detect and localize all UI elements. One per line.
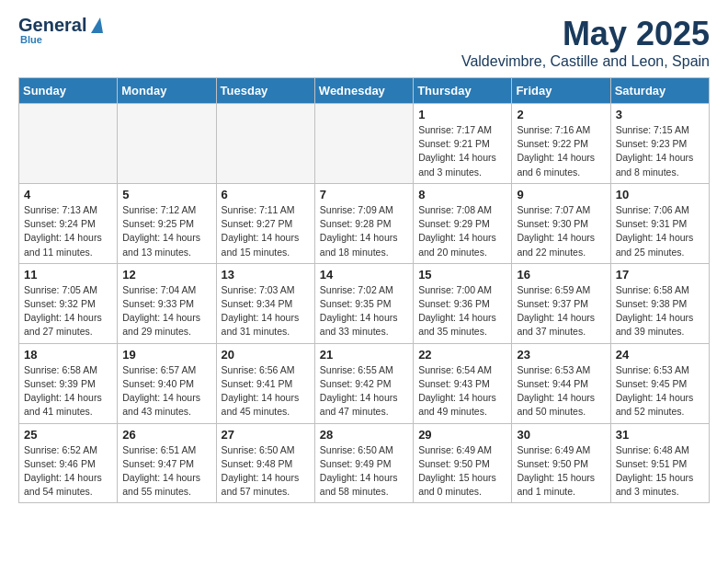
day-number: 7 [320,188,408,201]
day-detail: Sunrise: 6:49 AMSunset: 9:50 PMDaylight:… [418,443,506,500]
day-number: 8 [418,188,506,201]
calendar-cell: 4Sunrise: 7:13 AMSunset: 9:24 PMDaylight… [19,183,118,263]
logo-blue-word: Blue [20,34,42,45]
calendar-cell: 15Sunrise: 7:00 AMSunset: 9:36 PMDayligh… [414,263,512,343]
calendar-cell: 19Sunrise: 6:57 AMSunset: 9:40 PMDayligh… [118,343,216,423]
day-detail: Sunrise: 6:59 AMSunset: 9:37 PMDaylight:… [517,283,605,339]
header-tuesday: Tuesday [216,78,314,104]
calendar-cell: 13Sunrise: 7:03 AMSunset: 9:34 PMDayligh… [216,263,314,343]
day-number: 9 [517,188,605,201]
logo-general-word: General [18,15,86,36]
calendar-cell: 22Sunrise: 6:54 AMSunset: 9:43 PMDayligh… [414,343,512,423]
day-detail: Sunrise: 7:11 AMSunset: 9:27 PMDaylight:… [222,203,310,259]
day-number: 26 [122,428,210,442]
day-number: 31 [616,428,704,442]
page: General Blue May 2025 Valdevimbre, Casti… [0,0,728,518]
logo-triangle-icon [91,17,103,33]
day-number: 17 [616,268,704,282]
day-number: 16 [517,268,605,282]
day-number: 13 [222,268,310,282]
calendar-cell: 17Sunrise: 6:58 AMSunset: 9:38 PMDayligh… [610,263,709,343]
logo: General Blue [18,15,103,45]
calendar-cell: 29Sunrise: 6:49 AMSunset: 9:50 PMDayligh… [414,423,512,503]
calendar-cell: 3Sunrise: 7:15 AMSunset: 9:23 PMDaylight… [610,104,709,184]
day-number: 1 [418,108,506,121]
calendar-cell: 24Sunrise: 6:53 AMSunset: 9:45 PMDayligh… [610,343,709,423]
day-detail: Sunrise: 6:51 AMSunset: 9:47 PMDaylight:… [122,443,210,500]
calendar-week-row: 1Sunrise: 7:17 AMSunset: 9:21 PMDaylight… [19,104,710,184]
day-number: 12 [122,268,210,282]
calendar-cell: 1Sunrise: 7:17 AMSunset: 9:21 PMDaylight… [414,104,512,184]
day-detail: Sunrise: 7:02 AMSunset: 9:35 PMDaylight:… [320,283,408,339]
calendar-week-row: 25Sunrise: 6:52 AMSunset: 9:46 PMDayligh… [19,423,710,503]
calendar-cell: 5Sunrise: 7:12 AMSunset: 9:25 PMDaylight… [118,183,216,263]
day-number: 11 [24,268,112,282]
day-number: 14 [320,268,408,282]
calendar-cell: 12Sunrise: 7:04 AMSunset: 9:33 PMDayligh… [118,263,216,343]
calendar-week-row: 4Sunrise: 7:13 AMSunset: 9:24 PMDaylight… [19,183,710,263]
day-detail: Sunrise: 6:57 AMSunset: 9:40 PMDaylight:… [122,363,210,419]
calendar-cell: 25Sunrise: 6:52 AMSunset: 9:46 PMDayligh… [19,423,118,503]
day-number: 6 [222,188,310,201]
day-detail: Sunrise: 7:08 AMSunset: 9:29 PMDaylight:… [418,203,506,259]
calendar-cell: 23Sunrise: 6:53 AMSunset: 9:44 PMDayligh… [512,343,610,423]
calendar-cell: 18Sunrise: 6:58 AMSunset: 9:39 PMDayligh… [19,343,118,423]
day-detail: Sunrise: 7:06 AMSunset: 9:31 PMDaylight:… [616,203,704,259]
day-detail: Sunrise: 7:15 AMSunset: 9:23 PMDaylight:… [616,123,704,179]
day-number: 22 [418,348,506,362]
calendar-cell: 2Sunrise: 7:16 AMSunset: 9:22 PMDaylight… [512,104,610,184]
day-detail: Sunrise: 7:17 AMSunset: 9:21 PMDaylight:… [418,123,506,179]
day-number: 25 [24,428,112,442]
day-number: 24 [616,348,704,362]
header-thursday: Thursday [414,78,512,104]
day-number: 21 [320,348,408,362]
calendar-table: SundayMondayTuesdayWednesdayThursdayFrid… [18,77,710,503]
calendar-cell: 21Sunrise: 6:55 AMSunset: 9:42 PMDayligh… [314,343,413,423]
day-number: 20 [222,348,310,362]
header-sunday: Sunday [19,78,118,104]
calendar-cell: 14Sunrise: 7:02 AMSunset: 9:35 PMDayligh… [314,263,413,343]
day-detail: Sunrise: 6:50 AMSunset: 9:48 PMDaylight:… [222,443,310,500]
calendar-cell [314,104,413,184]
calendar-cell: 16Sunrise: 6:59 AMSunset: 9:37 PMDayligh… [512,263,610,343]
day-detail: Sunrise: 6:50 AMSunset: 9:49 PMDaylight:… [320,443,408,500]
day-number: 28 [320,428,408,442]
day-detail: Sunrise: 7:04 AMSunset: 9:33 PMDaylight:… [122,283,210,339]
day-detail: Sunrise: 7:09 AMSunset: 9:28 PMDaylight:… [320,203,408,259]
header-monday: Monday [118,78,216,104]
title-block: May 2025 Valdevimbre, Castille and Leon,… [461,15,710,70]
day-detail: Sunrise: 6:58 AMSunset: 9:39 PMDaylight:… [24,363,112,419]
calendar-cell: 6Sunrise: 7:11 AMSunset: 9:27 PMDaylight… [216,183,314,263]
month-title: May 2025 [461,15,710,53]
calendar-cell: 10Sunrise: 7:06 AMSunset: 9:31 PMDayligh… [610,183,709,263]
day-detail: Sunrise: 6:53 AMSunset: 9:44 PMDaylight:… [517,363,605,419]
day-number: 18 [24,348,112,362]
header-saturday: Saturday [610,78,709,104]
day-detail: Sunrise: 7:13 AMSunset: 9:24 PMDaylight:… [24,203,112,259]
day-detail: Sunrise: 7:03 AMSunset: 9:34 PMDaylight:… [222,283,310,339]
calendar-cell: 9Sunrise: 7:07 AMSunset: 9:30 PMDaylight… [512,183,610,263]
day-detail: Sunrise: 6:55 AMSunset: 9:42 PMDaylight:… [320,363,408,419]
day-number: 10 [616,188,704,201]
calendar-week-row: 18Sunrise: 6:58 AMSunset: 9:39 PMDayligh… [19,343,710,423]
calendar-cell: 30Sunrise: 6:49 AMSunset: 9:50 PMDayligh… [512,423,610,503]
calendar-cell: 7Sunrise: 7:09 AMSunset: 9:28 PMDaylight… [314,183,413,263]
day-detail: Sunrise: 7:12 AMSunset: 9:25 PMDaylight:… [122,203,210,259]
calendar-cell: 8Sunrise: 7:08 AMSunset: 9:29 PMDaylight… [414,183,512,263]
header: General Blue May 2025 Valdevimbre, Casti… [18,15,710,70]
location-subtitle: Valdevimbre, Castille and Leon, Spain [461,53,710,70]
day-detail: Sunrise: 7:00 AMSunset: 9:36 PMDaylight:… [418,283,506,339]
day-number: 19 [122,348,210,362]
day-number: 29 [418,428,506,442]
calendar-cell: 27Sunrise: 6:50 AMSunset: 9:48 PMDayligh… [216,423,314,503]
day-detail: Sunrise: 6:58 AMSunset: 9:38 PMDaylight:… [616,283,704,339]
day-detail: Sunrise: 7:05 AMSunset: 9:32 PMDaylight:… [24,283,112,339]
calendar-cell [118,104,216,184]
day-detail: Sunrise: 6:56 AMSunset: 9:41 PMDaylight:… [222,363,310,419]
day-number: 27 [222,428,310,442]
day-detail: Sunrise: 7:16 AMSunset: 9:22 PMDaylight:… [517,123,605,179]
day-number: 30 [517,428,605,442]
day-detail: Sunrise: 6:53 AMSunset: 9:45 PMDaylight:… [616,363,704,419]
calendar-cell [216,104,314,184]
day-number: 2 [517,108,605,121]
